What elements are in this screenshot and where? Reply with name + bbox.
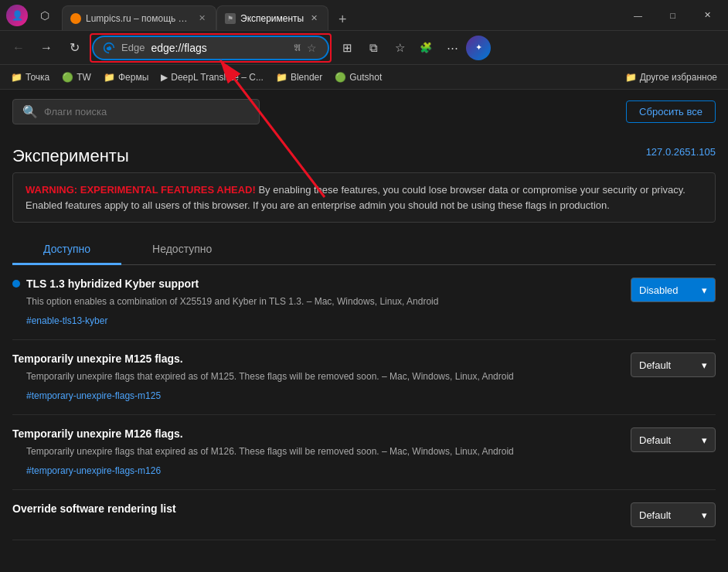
close-button[interactable]: ✕ [690, 3, 725, 28]
address-bar-wrapper: Edge 𝕬 ☆ [90, 33, 332, 63]
forward-button[interactable]: → [34, 36, 59, 60]
flag-2-title-row: Temporarily unexpire M125 flags. [12, 352, 618, 365]
reset-all-button[interactable]: Сбросить все [626, 100, 716, 123]
flag-4-header: Override software rendering list Default… [12, 502, 716, 527]
bookmark-farms[interactable]: 📁 Фермы [99, 70, 153, 85]
toolbar-right: ⊞ ⧉ ☆ 🧩 ⋯ ✦ [335, 36, 491, 60]
flag-item-1: TLS 1.3 hybridized Kyber support This op… [12, 265, 716, 340]
flags-search-box[interactable]: 🔍 [12, 99, 260, 124]
flag-2-select-arrow: ▾ [702, 359, 707, 371]
tab-1-favicon [70, 13, 81, 24]
split-screen-button[interactable]: ⧉ [361, 36, 386, 60]
flag-2-name: Temporarily unexpire M125 flags. [12, 352, 183, 365]
flag-3-link[interactable]: #temporary-unexpire-flags-m126 [12, 465, 161, 476]
bookmark-gutshot-icon: 🟢 [335, 72, 346, 83]
flag-3-header: Temporarily unexpire M126 flags. Tempora… [12, 427, 716, 477]
flags-tabs: Доступно Недоступно [12, 235, 716, 265]
edge-logo-icon [103, 42, 115, 54]
flag-2-select[interactable]: Default ▾ [631, 352, 716, 377]
flag-1-title-row: TLS 1.3 hybridized Kyber support [12, 277, 618, 290]
flag-2-select-value: Default [639, 359, 671, 371]
flag-item-3: Temporarily unexpire M126 flags. Tempora… [12, 415, 716, 490]
bookmark-other[interactable]: 📁 Другое избранное [621, 70, 722, 85]
flag-1-header: TLS 1.3 hybridized Kyber support This op… [12, 277, 716, 327]
flag-3-title-row: Temporarily unexpire M126 flags. [12, 427, 618, 440]
flag-1-select[interactable]: Disabled ▾ [631, 277, 716, 302]
flag-1-link[interactable]: #enable-tls13-kyber [12, 315, 107, 326]
toolbar: ← → ↻ Edge 𝕬 ☆ ⊞ ⧉ ☆ 🧩 ⋯ [0, 31, 728, 65]
titlebar: 👤 ⬡ Lumpics.ru – помощь с компью... ✕ ⚑ … [0, 0, 728, 31]
extensions-button[interactable]: 🧩 [413, 36, 438, 60]
address-bar-prefix: Edge [121, 42, 145, 53]
search-icon: 🔍 [22, 104, 38, 119]
bookmark-gutshot-label: Gutshot [349, 72, 382, 83]
tab-1[interactable]: Lumpics.ru – помощь с компью... ✕ [62, 5, 216, 30]
url-input[interactable] [151, 42, 286, 54]
titlebar-left: 👤 ⬡ [6, 3, 62, 28]
flag-4-select-arrow: ▾ [702, 509, 707, 521]
page-content: 🔍 Сбросить все Эксперименты 127.0.2651.1… [0, 90, 728, 572]
bookmarks-bar: 📁 Точка 🟢 TW 📁 Фермы ▶ DeepL Translate –… [0, 65, 728, 90]
bookmark-tochka[interactable]: 📁 Точка [6, 70, 54, 85]
bookmark-other-icon: 📁 [625, 72, 637, 83]
flag-2-header: Temporarily unexpire M125 flags. Tempora… [12, 352, 716, 402]
tab-2-close[interactable]: ✕ [308, 12, 320, 25]
flag-3-select[interactable]: Default ▾ [631, 427, 716, 452]
address-bar[interactable]: Edge 𝕬 ☆ [92, 36, 329, 60]
flags-header: Эксперименты 127.0.2651.105 [12, 134, 716, 172]
tab-bar: Lumpics.ru – помощь с компью... ✕ ⚑ Эксп… [62, 0, 621, 30]
flags-page-title: Эксперименты [12, 146, 129, 166]
bookmark-other-label: Другое избранное [640, 72, 717, 83]
new-tab-button[interactable]: + [332, 9, 353, 30]
bookmark-tochka-label: Точка [26, 72, 49, 83]
flag-3-desc: Temporarily unexpire flags that expired … [12, 444, 618, 458]
bookmark-deepl-label: DeepL Translate – C... [171, 72, 264, 83]
tab-2-favicon: ⚑ [225, 13, 236, 24]
tab-available[interactable]: Доступно [12, 235, 121, 265]
flag-4-left: Override software rendering list [12, 502, 618, 519]
browser-window: 👤 ⬡ Lumpics.ru – помощь с компью... ✕ ⚑ … [0, 0, 728, 572]
flag-3-select-value: Default [639, 434, 671, 446]
flag-4-name: Override software rendering list [12, 502, 176, 515]
flags-main-content: Эксперименты 127.0.2651.105 WARNING: EXP… [0, 134, 728, 572]
bookmark-deepl[interactable]: ▶ DeepL Translate – C... [156, 70, 268, 85]
tab-unavailable[interactable]: Недоступно [121, 235, 243, 265]
profile-avatar[interactable]: 👤 [6, 5, 28, 26]
favorites-button[interactable]: ☆ [387, 36, 412, 60]
back-button[interactable]: ← [6, 36, 31, 60]
collections-button[interactable]: ⊞ [335, 36, 359, 60]
favorites-icon[interactable]: ☆ [305, 40, 318, 56]
bookmark-gutshot[interactable]: 🟢 Gutshot [330, 70, 386, 85]
flag-1-select-value: Disabled [639, 284, 679, 296]
workspaces-btn[interactable]: ⬡ [32, 3, 57, 28]
read-aloud-icon[interactable]: 𝕬 [292, 40, 302, 56]
bookmark-blender-icon: 📁 [276, 72, 287, 83]
flag-1-dot [12, 280, 20, 288]
bookmark-tw-icon: 🟢 [62, 72, 73, 83]
refresh-button[interactable]: ↻ [62, 36, 87, 60]
tab-1-label: Lumpics.ru – помощь с компью... [86, 13, 192, 24]
flag-item-4: Override software rendering list Default… [12, 490, 716, 540]
flag-2-left: Temporarily unexpire M125 flags. Tempora… [12, 352, 618, 402]
bookmarks-right: 📁 Другое избранное [621, 70, 722, 85]
flag-2-link[interactable]: #temporary-unexpire-flags-m125 [12, 390, 161, 401]
flag-1-desc: This option enables a combination of X25… [12, 295, 618, 308]
maximize-button[interactable]: □ [655, 3, 690, 28]
flag-3-select-arrow: ▾ [702, 434, 707, 446]
flags-search-bar: 🔍 Сбросить все [0, 90, 728, 134]
tab-2[interactable]: ⚑ Эксперименты ✕ [216, 5, 328, 30]
bookmark-tw[interactable]: 🟢 TW [57, 70, 96, 85]
tab-2-label: Эксперименты [240, 13, 304, 24]
flags-search-input[interactable] [44, 106, 250, 117]
copilot-button[interactable]: ✦ [466, 36, 491, 60]
bookmark-deepl-icon: ▶ [161, 72, 168, 83]
bookmark-tochka-icon: 📁 [11, 72, 22, 83]
address-icons: 𝕬 ☆ [292, 40, 318, 56]
minimize-button[interactable]: — [621, 3, 655, 28]
window-controls: — □ ✕ [621, 3, 728, 28]
tab-1-close[interactable]: ✕ [196, 12, 208, 25]
bookmark-blender[interactable]: 📁 Blender [271, 70, 327, 85]
flags-version: 127.0.2651.105 [646, 146, 716, 158]
settings-more-button[interactable]: ⋯ [440, 36, 464, 60]
flag-4-select[interactable]: Default ▾ [631, 502, 716, 527]
